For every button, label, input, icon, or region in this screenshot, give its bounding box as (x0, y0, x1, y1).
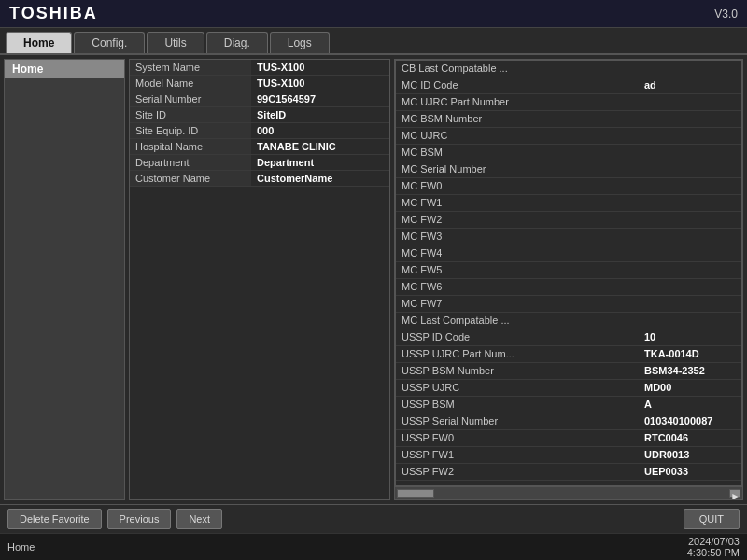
bottom-bar: Delete Favorite Previous Next QUIT (0, 504, 747, 533)
logo: TOSHIBA (9, 4, 98, 23)
left-info-row: Hospital Name TANABE CLINIC (130, 139, 389, 155)
right-value (639, 111, 741, 127)
tabbar: Home Config. Utils Diag. Logs (0, 28, 747, 55)
scrollbar-thumb[interactable] (397, 489, 434, 498)
right-value: RTC0046 (639, 430, 741, 446)
scrollbar-right-arrow[interactable]: ► (729, 489, 740, 498)
right-value: ad (639, 77, 741, 93)
next-button[interactable]: Next (176, 509, 222, 529)
tab-config[interactable]: Config. (74, 32, 145, 53)
info-value: TUS-X100 (251, 76, 389, 91)
sidebar-title: Home (5, 60, 124, 78)
right-label: CB Last Compatable ... (396, 61, 639, 77)
right-value (639, 94, 741, 110)
delete-favorite-button[interactable]: Delete Favorite (7, 509, 102, 529)
left-info-row: Site ID SiteID (130, 107, 389, 123)
info-value: TUS-X100 (251, 60, 389, 75)
previous-button[interactable]: Previous (107, 509, 172, 529)
right-label: MC BSM Number (396, 111, 639, 127)
right-value: 10 (639, 329, 741, 345)
horizontal-scrollbar[interactable]: ► (395, 486, 742, 499)
tab-utils[interactable]: Utils (147, 32, 204, 53)
info-label: System Name (130, 60, 251, 75)
right-value (639, 61, 741, 77)
right-info-row: MC FW5 (396, 262, 741, 279)
right-value: UDR0013 (639, 447, 741, 463)
right-info-row: MC FW2 (396, 212, 741, 229)
right-info-row: USSP UJRC Part Num... TKA-0014D (396, 346, 741, 363)
info-value: CustomerName (251, 171, 389, 186)
right-info-row: MC FW3 (396, 229, 741, 245)
header: TOSHIBA V3.0 (0, 0, 747, 28)
right-label: MC FW1 (396, 195, 639, 211)
right-info-table[interactable]: CB Last Compatable ... MC ID Code ad MC … (395, 60, 742, 486)
right-label: USSP BSM Number (396, 363, 639, 379)
right-info-row: USSP FW0 RTC0046 (396, 430, 741, 447)
right-label: USSP FW0 (396, 430, 639, 446)
left-info-table: System Name TUS-X100 Model Name TUS-X100… (129, 59, 390, 500)
tab-diag[interactable]: Diag. (206, 32, 268, 53)
left-info-row: Department Department (130, 155, 389, 171)
right-label: USSP UJRC Part Num... (396, 346, 639, 362)
right-label: MC FW4 (396, 245, 639, 261)
info-label: Site Equip. ID (130, 123, 251, 138)
left-info-row: Model Name TUS-X100 (130, 76, 389, 91)
right-label: MC FW7 (396, 296, 639, 312)
right-label: MC FW5 (396, 262, 639, 278)
right-label: MC UJRC (396, 128, 639, 144)
right-label: MC FW6 (396, 279, 639, 295)
right-info-row: MC FW6 (396, 279, 741, 296)
bottom-left-buttons: Delete Favorite Previous Next (7, 509, 222, 529)
right-label: USSP FW1 (396, 447, 639, 463)
right-value: TKA-0014D (639, 346, 741, 362)
right-value (639, 145, 741, 161)
status-date: 2024/07/03 (688, 536, 740, 547)
quit-button[interactable]: QUIT (684, 509, 740, 529)
right-info-row: CB Last Compatable ... (396, 61, 741, 77)
info-value: SiteID (251, 107, 389, 122)
right-label: MC BSM (396, 145, 639, 161)
right-info-row: USSP FW2 UEP0033 (396, 464, 741, 481)
right-info-row: USSP Serial Number 010340100087 (396, 413, 741, 430)
right-label: MC Last Compatable ... (396, 313, 639, 329)
right-value (639, 178, 741, 194)
tab-logs[interactable]: Logs (270, 32, 330, 53)
right-info-row: MC ID Code ad (396, 77, 741, 94)
right-label: MC ID Code (396, 77, 639, 93)
right-label: USSP FW2 (396, 464, 639, 480)
main-content: Home System Name TUS-X100 Model Name TUS… (0, 55, 747, 504)
right-info-row: USSP BSM Number BSM34-2352 (396, 363, 741, 380)
right-info-row: MC FW7 (396, 296, 741, 313)
sidebar: Home (4, 59, 125, 500)
info-label: Serial Number (130, 91, 251, 106)
right-label: USSP ID Code (396, 329, 639, 345)
right-value (639, 195, 741, 211)
right-info-row: MC BSM (396, 145, 741, 161)
info-value: 000 (251, 123, 389, 138)
right-info-row: USSP ID Code 10 (396, 329, 741, 346)
right-info-row: MC FW4 (396, 245, 741, 262)
info-label: Site ID (130, 107, 251, 122)
info-label: Model Name (130, 76, 251, 91)
status-bar: Home 2024/07/03 4:30:50 PM (0, 533, 747, 560)
right-value (639, 262, 741, 278)
right-label: MC UJRC Part Number (396, 94, 639, 110)
right-info-row: MC UJRC Part Number (396, 94, 741, 111)
right-label: USSP BSM (396, 397, 639, 413)
right-value (639, 313, 741, 329)
info-value: 99C1564597 (251, 91, 389, 106)
right-info-row: MC FW1 (396, 195, 741, 212)
right-label: USSP Serial Number (396, 413, 639, 429)
status-time: 4:30:50 PM (687, 547, 740, 558)
right-label: MC FW2 (396, 212, 639, 228)
left-info-row: Serial Number 99C1564597 (130, 91, 389, 107)
left-info-row: System Name TUS-X100 (130, 60, 389, 76)
left-info-row: Customer Name CustomerName (130, 171, 389, 187)
right-value (639, 229, 741, 245)
right-label: USSP UJRC (396, 380, 639, 396)
status-datetime: 2024/07/03 4:30:50 PM (687, 536, 740, 558)
right-value: A (639, 397, 741, 413)
right-value: 010340100087 (639, 413, 741, 429)
tab-home[interactable]: Home (6, 32, 72, 53)
info-panel: System Name TUS-X100 Model Name TUS-X100… (129, 59, 743, 500)
